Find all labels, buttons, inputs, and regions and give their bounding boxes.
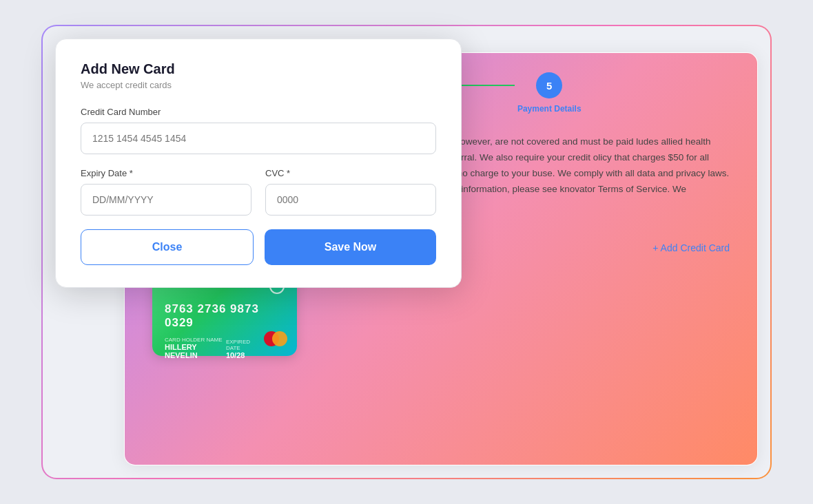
modal-actions: Close Save Now [81,229,436,265]
card-number-input[interactable] [81,123,436,154]
expiry-input[interactable] [81,184,251,216]
close-button[interactable]: Close [81,229,254,265]
cvc-label: CVC * [265,168,436,178]
card-holder-label: Card Holder Name [165,337,226,343]
expiry-label: Expiry Date * [81,168,251,178]
cvc-col: CVC * [265,168,436,216]
expiry-col: Expiry Date * [81,168,251,216]
card-number-label: Credit Card Number [81,107,436,117]
step-payment-circle: 5 [536,72,562,98]
card-expiry-value: 10/28 [226,351,263,359]
step-payment-label: Payment Details [517,104,582,114]
save-now-button[interactable]: Save Now [265,229,436,265]
card-holder-info: Card Holder Name HILLERY NEVELIN [165,337,226,359]
card-holder-name: HILLERY NEVELIN [165,343,226,359]
mastercard-icon [264,331,287,346]
add-card-modal: Add New Card We accept credit cards Cred… [55,39,462,288]
card-expiry-label: Expired Date [226,339,263,351]
card-number: 8763 2736 9873 0329 [165,302,285,330]
step-payment-details: 5 Payment Details [517,72,582,114]
cvc-input[interactable] [265,184,436,216]
step-payment-number: 5 [546,80,552,92]
expiry-cvc-row: Expiry Date * CVC * [81,168,436,216]
add-credit-card-link[interactable]: + Add Credit Card [652,242,730,253]
modal-subtitle: We accept credit cards [81,80,436,90]
card-expiry-info: Expired Date 10/28 [226,339,263,359]
step-line-2 [460,85,515,86]
modal-title: Add New Card [81,61,436,77]
